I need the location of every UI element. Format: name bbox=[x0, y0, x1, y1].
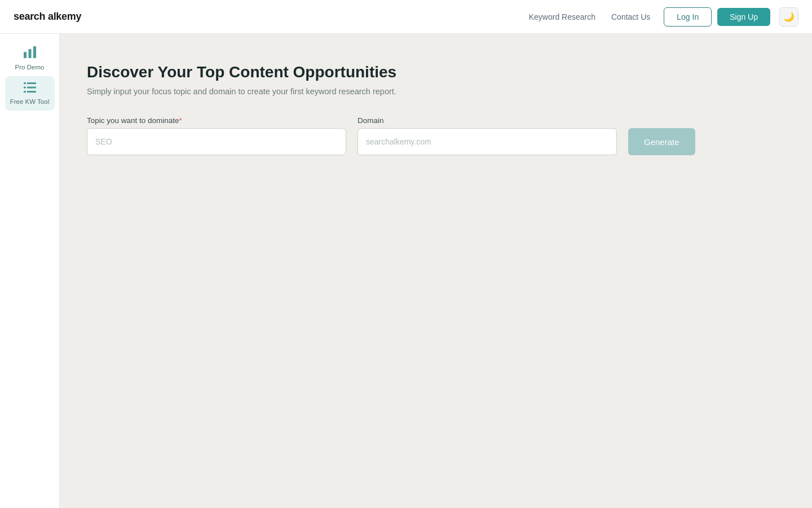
sidebar-free-kw-tool-label: Free KW Tool bbox=[10, 98, 49, 105]
nav-keyword-research[interactable]: Keyword Research bbox=[529, 12, 595, 21]
list-icon bbox=[24, 82, 36, 95]
topic-field: Topic you want to dominate* bbox=[87, 116, 346, 155]
svg-rect-1 bbox=[28, 49, 31, 58]
main-content: Discover Your Top Content Opportunities … bbox=[60, 34, 812, 508]
svg-rect-5 bbox=[24, 87, 26, 89]
logo: search alkemy bbox=[14, 11, 529, 23]
login-button[interactable]: Log In bbox=[664, 7, 712, 27]
topic-label: Topic you want to dominate* bbox=[87, 116, 346, 125]
sidebar-item-free-kw-tool[interactable]: Free KW Tool bbox=[5, 76, 55, 111]
topic-input[interactable] bbox=[87, 128, 346, 155]
theme-toggle-button[interactable]: 🌙 bbox=[779, 7, 798, 27]
header-actions: Log In Sign Up 🌙 bbox=[664, 7, 798, 27]
header-nav: Keyword Research Contact Us bbox=[529, 12, 651, 21]
generate-button[interactable]: Generate bbox=[628, 128, 695, 155]
svg-rect-4 bbox=[27, 82, 36, 84]
header: search alkemy Keyword Research Contact U… bbox=[0, 0, 812, 34]
signup-button[interactable]: Sign Up bbox=[717, 8, 770, 26]
svg-rect-0 bbox=[24, 52, 27, 58]
domain-field: Domain bbox=[358, 116, 617, 155]
svg-rect-2 bbox=[33, 46, 36, 58]
form-row: Topic you want to dominate* Domain Gener… bbox=[87, 116, 785, 155]
sidebar: Pro Demo Free KW Tool bbox=[0, 34, 60, 508]
sidebar-pro-demo-label: Pro Demo bbox=[15, 64, 45, 71]
sidebar-item-pro-demo[interactable]: Pro Demo bbox=[5, 41, 55, 76]
bar-chart-icon bbox=[23, 46, 37, 61]
nav-contact-us[interactable]: Contact Us bbox=[611, 12, 650, 21]
page-title: Discover Your Top Content Opportunities bbox=[87, 63, 785, 81]
domain-input[interactable] bbox=[358, 128, 617, 155]
domain-label: Domain bbox=[358, 116, 617, 125]
svg-rect-6 bbox=[27, 87, 36, 89]
svg-rect-3 bbox=[24, 82, 26, 84]
page-subtitle: Simply input your focus topic and domain… bbox=[87, 87, 785, 96]
svg-rect-8 bbox=[27, 91, 36, 93]
svg-rect-7 bbox=[24, 91, 26, 93]
